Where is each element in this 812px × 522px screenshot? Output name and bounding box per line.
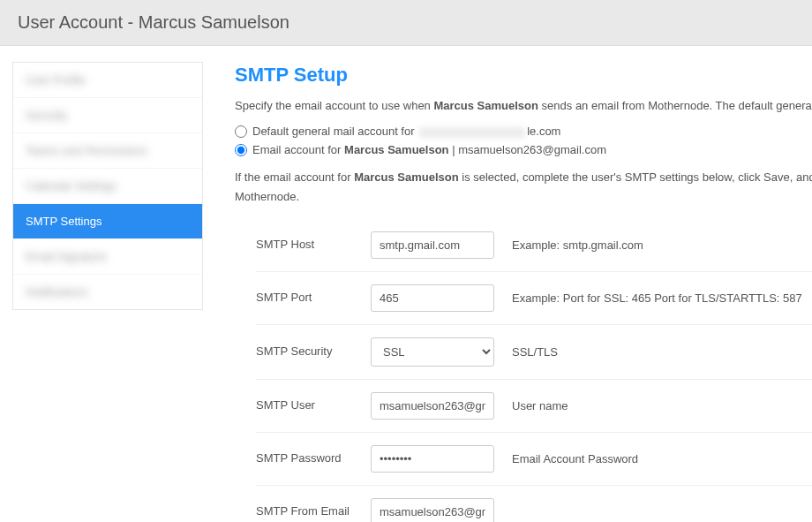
note-name: Marcus Samuelson xyxy=(354,170,459,184)
radio2-sep: | xyxy=(449,143,459,156)
hint-smtp-security: SSL/TLS xyxy=(512,345,812,359)
sidebar-item-3[interactable]: Calendar Settings xyxy=(13,169,202,204)
intro-name: Marcus Samuelson xyxy=(433,99,538,112)
radio-user-account[interactable] xyxy=(235,144,247,156)
note-text: If the email account for Marcus Samuelso… xyxy=(235,169,812,186)
sidebar-item-2[interactable]: Teams and Permissions xyxy=(13,133,202,169)
note-suffix1: is selected, complete the user's SMTP se… xyxy=(459,170,812,184)
sidebar: User Profile Security Teams and Permissi… xyxy=(0,55,203,522)
main-content: SMTP Setup Specify the email account to … xyxy=(203,55,812,522)
sidebar-item-smtp-settings[interactable]: SMTP Settings xyxy=(13,204,202,239)
label-smtp-user: SMTP User xyxy=(256,398,353,413)
label-smtp-port: SMTP Port xyxy=(256,291,353,306)
row-smtp-user: SMTP User User name xyxy=(256,380,812,433)
intro-suffix: sends an email from Mothernode. The defa… xyxy=(538,99,812,112)
label-smtp-password: SMTP Password xyxy=(256,451,353,466)
note-prefix: If the email account for xyxy=(235,170,354,184)
hint-smtp-host: Example: smtp.gmail.com xyxy=(512,238,812,252)
redacted-domain xyxy=(419,127,525,138)
sidebar-panel: User Profile Security Teams and Permissi… xyxy=(12,62,203,310)
section-title: SMTP Setup xyxy=(235,64,812,87)
radio-default-account-row: Default general mail account for le.com xyxy=(235,125,812,138)
intro-prefix: Specify the email account to use when xyxy=(235,99,433,112)
radio2-prefix: Email account for xyxy=(252,143,344,156)
hint-smtp-password: Email Account Password xyxy=(512,452,812,465)
page-title: User Account - Marcus Samuelson xyxy=(18,12,794,33)
input-smtp-port[interactable] xyxy=(371,284,494,312)
select-smtp-security[interactable]: SSL TLS xyxy=(371,337,494,367)
radio1-prefix: Default general mail account for xyxy=(252,125,417,138)
radio1-suffix: le.com xyxy=(527,125,560,138)
radio2-email: msamuelson263@gmail.com xyxy=(458,143,606,156)
radio-user-account-row: Email account for Marcus Samuelson | msa… xyxy=(235,143,812,156)
label-smtp-from-email: SMTP From Email xyxy=(256,504,353,519)
row-smtp-host: SMTP Host Example: smtp.gmail.com xyxy=(256,219,812,272)
row-smtp-security: SMTP Security SSL TLS SSL/TLS xyxy=(256,325,812,380)
note-text-cont: Mothernode. xyxy=(235,188,812,206)
sidebar-item-6[interactable]: Notifications xyxy=(13,275,202,309)
hint-smtp-port: Example: Port for SSL: 465 Port for TLS/… xyxy=(512,291,812,305)
sidebar-item-1[interactable]: Security xyxy=(13,98,202,133)
input-smtp-user[interactable] xyxy=(371,392,494,420)
intro-text: Specify the email account to use when Ma… xyxy=(235,99,812,112)
page-header: User Account - Marcus Samuelson xyxy=(0,0,812,46)
row-smtp-from-email: SMTP From Email xyxy=(256,486,812,522)
sidebar-item-0[interactable]: User Profile xyxy=(13,63,202,98)
smtp-form: SMTP Host Example: smtp.gmail.com SMTP P… xyxy=(235,219,812,522)
input-smtp-host[interactable] xyxy=(371,231,494,259)
input-smtp-password[interactable] xyxy=(371,445,494,473)
label-smtp-security: SMTP Security xyxy=(256,344,353,359)
radio-default-label: Default general mail account for le.com xyxy=(252,125,560,138)
radio-default-account[interactable] xyxy=(235,125,247,138)
input-smtp-from-email[interactable] xyxy=(371,498,494,522)
sidebar-item-5[interactable]: Email Signature xyxy=(13,239,202,275)
radio-user-label: Email account for Marcus Samuelson | msa… xyxy=(252,143,606,156)
label-smtp-host: SMTP Host xyxy=(256,238,353,253)
radio2-name: Marcus Samuelson xyxy=(344,143,449,156)
row-smtp-password: SMTP Password Email Account Password xyxy=(256,433,812,486)
hint-smtp-user: User name xyxy=(512,399,812,412)
row-smtp-port: SMTP Port Example: Port for SSL: 465 Por… xyxy=(256,272,812,325)
